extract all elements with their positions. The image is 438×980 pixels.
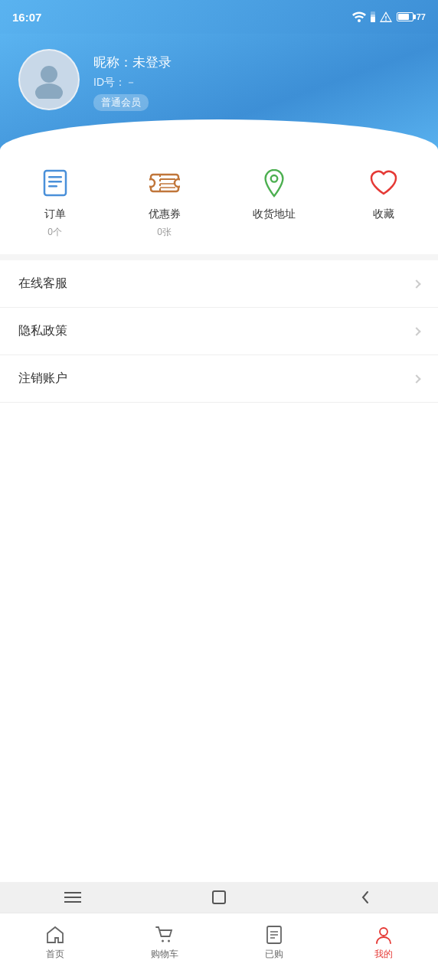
customer-service-label: 在线客服 [18,276,67,292]
nav-home-label: 首页 [46,948,64,961]
chevron-right-icon [412,327,420,335]
svg-point-19 [168,940,170,942]
quick-actions: 订单 0个 优惠券 0张 收货地址 [0,155,438,254]
address-icon [254,163,294,203]
svg-point-24 [380,928,387,936]
avatar[interactable] [18,49,80,110]
signal-icon [371,11,375,22]
order-count: 0个 [47,226,62,239]
svg-point-0 [358,19,361,22]
menu-item-delete-account[interactable]: 注销账户 [0,355,438,403]
address-label: 收货地址 [253,207,296,221]
coupon-count: 0张 [157,226,172,239]
avatar-icon [30,60,68,99]
svg-point-18 [162,940,164,942]
section-divider [0,254,438,260]
action-address[interactable]: 收货地址 [219,163,328,239]
menu-item-customer-service[interactable]: 在线客服 [0,260,438,308]
svg-point-17 [270,175,277,182]
battery-percent: 77 [417,12,426,21]
profile-nickname: 昵称：未登录 [93,54,172,71]
delete-account-label: 注销账户 [18,371,67,387]
nav-cart-label: 购物车 [151,948,178,961]
profile-level: 普通会员 [93,94,149,111]
warning-icon [380,11,392,22]
status-icons: 77 [352,11,426,22]
svg-rect-3 [371,17,375,22]
status-time: 16:07 [12,11,41,24]
privacy-policy-label: 隐私政策 [18,323,67,339]
nav-cart[interactable]: 购物车 [110,925,219,969]
mine-icon [374,925,394,945]
cart-icon [155,925,175,945]
status-bar: 16:07 77 [0,0,438,34]
profile-header: 昵称：未登录 ID号：－ 普通会员 [0,34,438,157]
svg-point-4 [41,66,57,83]
wifi-icon [352,11,366,22]
battery-icon: 77 [397,12,426,21]
order-icon [35,163,75,203]
home-button[interactable] [208,886,230,909]
home-icon [45,925,65,945]
svg-point-12 [175,179,180,187]
menu-list: 在线客服 隐私政策 注销账户 [0,260,438,403]
nav-mine-label: 我的 [374,948,393,961]
nav-home[interactable]: 首页 [0,925,110,969]
svg-point-5 [35,83,63,99]
menu-button[interactable] [61,886,84,909]
svg-rect-7 [48,176,62,178]
order-label: 订单 [44,207,66,221]
coupon-label: 优惠券 [149,207,181,221]
favorite-icon [364,163,404,203]
purchased-icon [264,925,284,945]
nav-mine[interactable]: 我的 [328,925,438,969]
svg-rect-6 [44,171,66,195]
menu-item-privacy-policy[interactable]: 隐私政策 [0,308,438,355]
profile-info: 昵称：未登录 ID号：－ 普通会员 [93,49,172,111]
coupon-icon [145,163,185,203]
back-button[interactable] [354,886,377,909]
svg-point-11 [149,179,155,187]
nav-purchased-label: 已购 [265,948,283,961]
bottom-nav: 首页 购物车 已购 我的 [0,913,438,980]
nav-purchased[interactable]: 已购 [219,925,328,969]
action-order[interactable]: 订单 0个 [0,163,110,239]
system-nav-bar [0,882,438,913]
svg-rect-28 [213,891,225,903]
svg-rect-8 [48,181,62,183]
action-favorite[interactable]: 收藏 [328,163,438,239]
svg-rect-9 [48,185,57,188]
favorite-label: 收藏 [373,207,394,221]
chevron-right-icon [412,374,420,383]
chevron-right-icon [412,279,420,288]
profile-id: ID号：－ [93,76,172,90]
action-coupon[interactable]: 优惠券 0张 [110,163,219,239]
